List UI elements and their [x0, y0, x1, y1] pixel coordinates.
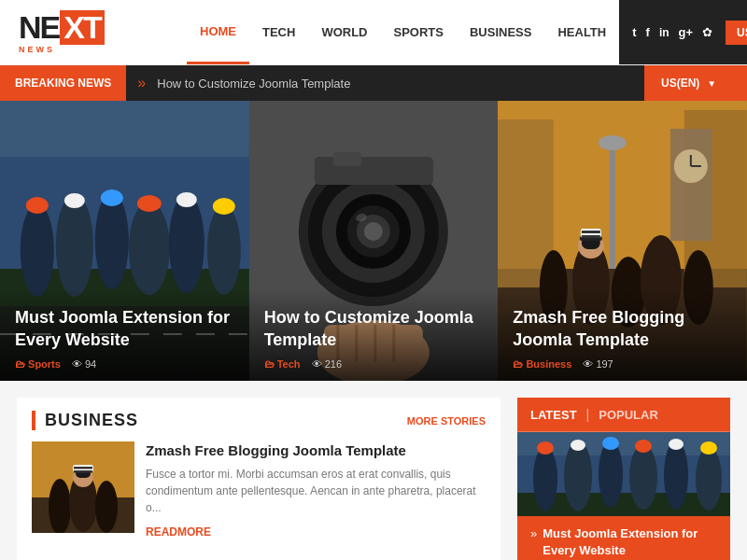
- svg-point-3: [21, 203, 54, 297]
- logo-ne: NE: [19, 11, 59, 43]
- hero-title-2: How to Customize Joomla Template: [264, 307, 484, 351]
- svg-rect-51: [582, 231, 600, 233]
- svg-rect-40: [610, 147, 615, 269]
- svg-rect-66: [74, 467, 92, 469]
- svg-point-10: [64, 193, 85, 208]
- language-button[interactable]: US(EN) ▼: [726, 21, 747, 45]
- breaking-news-bar: BREAKING NEWS » How to Customize Joomla …: [0, 65, 747, 101]
- twitter-icon[interactable]: t: [632, 25, 636, 39]
- business-section: BUSINESS MORE STORIES: [17, 398, 500, 560]
- svg-point-62: [95, 481, 118, 533]
- logo-sub: NEWS: [19, 45, 168, 54]
- social-bar: t f in g+ ✿ US(EN) ▼: [619, 0, 747, 64]
- svg-point-81: [669, 439, 684, 450]
- svg-point-71: [533, 446, 557, 511]
- article-card: Zmash Free Blogging Joomla Template Fusc…: [32, 441, 486, 539]
- svg-point-25: [363, 222, 382, 241]
- rss-icon[interactable]: ✿: [702, 25, 712, 39]
- svg-point-12: [137, 195, 162, 212]
- lang-dropdown[interactable]: US(EN) ▼: [644, 65, 747, 101]
- svg-point-5: [95, 192, 129, 289]
- svg-point-79: [602, 437, 619, 450]
- svg-point-8: [207, 205, 241, 295]
- latest-sidebar: LATEST | POPULAR: [517, 398, 730, 560]
- nav-business[interactable]: BUSINESS: [457, 0, 544, 64]
- svg-point-74: [629, 444, 657, 510]
- svg-point-80: [635, 440, 652, 453]
- gplus-icon[interactable]: g+: [679, 25, 694, 39]
- svg-point-6: [129, 202, 170, 295]
- tabs-divider: |: [586, 407, 590, 422]
- popular-tab[interactable]: POPULAR: [599, 408, 658, 422]
- article-thumbnail[interactable]: [32, 441, 134, 533]
- hero-item-1[interactable]: Must Joomla Extension for Every Website …: [0, 101, 249, 381]
- latest-article: » Must Joomla Extension for Every Websit…: [517, 516, 730, 560]
- hero-item-2[interactable]: How to Customize Joomla Template 🗁 Tech …: [249, 101, 499, 381]
- article-title[interactable]: Zmash Free Blogging Joomla Template: [146, 441, 486, 460]
- hero-meta-1: 🗁 Sports 👁 94: [15, 358, 234, 370]
- latest-tab[interactable]: LATEST: [530, 408, 577, 422]
- hero-category-3: 🗁 Business: [513, 358, 571, 370]
- bottom-section: BUSINESS MORE STORIES: [0, 381, 747, 560]
- svg-rect-52: [582, 235, 600, 238]
- hero-category-1: 🗁 Sports: [15, 358, 61, 370]
- svg-point-13: [176, 192, 197, 207]
- svg-point-76: [696, 447, 722, 511]
- breaking-text: How to Customize Joomla Template: [157, 77, 350, 91]
- svg-point-73: [599, 441, 623, 508]
- nav-home[interactable]: HOME: [187, 0, 249, 64]
- svg-point-9: [26, 197, 49, 214]
- logo-xt-box: XT: [60, 10, 104, 45]
- nav-tech[interactable]: TECH: [249, 0, 308, 64]
- header: NE XT NEWS HOME TECH WORLD SPORTS BUSINE…: [0, 0, 747, 65]
- latest-article-title[interactable]: Must Joomla Extension for Every Website: [543, 525, 717, 559]
- latest-header: LATEST | POPULAR: [517, 398, 730, 432]
- hero-meta-2: 🗁 Tech 👁 216: [264, 358, 484, 370]
- svg-point-78: [571, 440, 585, 451]
- nav-world[interactable]: WORLD: [308, 0, 380, 64]
- hero-title-1: Must Joomla Extension for Every Website: [15, 307, 234, 351]
- svg-point-7: [169, 194, 204, 293]
- nav-sports[interactable]: SPORTS: [381, 0, 457, 64]
- hero-title-3: Zmash Free Blogging Joomla Template: [513, 307, 732, 351]
- svg-rect-53: [670, 129, 712, 241]
- svg-point-82: [700, 441, 717, 455]
- hero-overlay-2: How to Customize Joomla Template 🗁 Tech …: [249, 288, 499, 381]
- svg-point-41: [599, 135, 627, 150]
- hero-meta-3: 🗁 Business 👁 197: [513, 358, 732, 370]
- svg-rect-67: [74, 470, 92, 473]
- breaking-label: BREAKING NEWS: [0, 65, 126, 101]
- svg-point-75: [664, 441, 688, 510]
- latest-image[interactable]: [517, 432, 730, 516]
- section-header: BUSINESS MORE STORIES: [32, 411, 486, 430]
- section-title: BUSINESS: [45, 411, 138, 430]
- hero-item-3[interactable]: Zmash Free Blogging Joomla Template 🗁 Bu…: [498, 101, 747, 381]
- hero-overlay-1: Must Joomla Extension for Every Website …: [0, 288, 249, 381]
- article-content: Zmash Free Blogging Joomla Template Fusc…: [146, 441, 486, 539]
- svg-point-72: [564, 441, 592, 511]
- lang-dropdown-label: US(EN): [661, 77, 699, 90]
- breaking-arrow-icon: »: [137, 75, 146, 91]
- hero-category-2: 🗁 Tech: [264, 358, 301, 370]
- svg-point-60: [49, 479, 71, 533]
- svg-point-14: [213, 198, 235, 215]
- more-stories-link[interactable]: MORE STORIES: [407, 415, 486, 427]
- svg-rect-28: [332, 152, 360, 166]
- svg-point-11: [101, 189, 123, 206]
- nav-health[interactable]: HEALTH: [544, 0, 619, 64]
- hero-views-2: 👁 216: [312, 358, 342, 370]
- linkedin-icon[interactable]: in: [659, 26, 669, 39]
- article-excerpt: Fusce a tortor mi. Morbi accumsan eros a…: [146, 466, 486, 516]
- svg-point-4: [56, 194, 93, 297]
- latest-arrow-icon: »: [530, 526, 537, 540]
- lang-dropdown-arrow-icon: ▼: [707, 78, 716, 89]
- hero-views-1: 👁 94: [72, 358, 96, 370]
- readmore-link[interactable]: READMORE: [146, 525, 211, 539]
- facebook-icon[interactable]: f: [646, 25, 650, 39]
- hero-views-3: 👁 197: [583, 358, 613, 370]
- hero-grid: Must Joomla Extension for Every Website …: [0, 101, 747, 381]
- svg-rect-27: [314, 157, 432, 185]
- svg-point-77: [537, 441, 554, 455]
- logo[interactable]: NE XT NEWS: [0, 10, 187, 54]
- main-nav: HOME TECH WORLD SPORTS BUSINESS HEALTH: [187, 0, 619, 64]
